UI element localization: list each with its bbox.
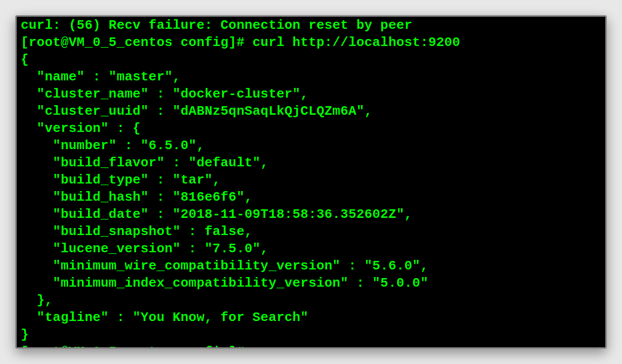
json-close-brace: } xyxy=(21,327,29,342)
json-build-date-line: "build_date" : "2018-11-09T18:58:36.3526… xyxy=(21,207,412,222)
json-version-close-line: }, xyxy=(21,293,53,308)
terminal-content: curl: (56) Recv failure: Connection rese… xyxy=(21,17,601,349)
json-lucene-version-line: "lucene_version" : "7.5.0", xyxy=(21,241,269,256)
json-build-hash-line: "build_hash" : "816e6f6", xyxy=(21,190,252,205)
json-number-line: "number" : "6.5.0", xyxy=(21,138,204,153)
terminal-prompt-line-2: [root@VM_0_5_centos config]# xyxy=(21,344,244,349)
json-min-wire-line: "minimum_wire_compatibility_version" : "… xyxy=(21,258,428,274)
json-version-open-line: "version" : { xyxy=(21,121,141,136)
json-name-line: "name" : "master", xyxy=(21,69,181,84)
terminal-line-error: curl: (56) Recv failure: Connection rese… xyxy=(21,18,412,33)
json-cluster-uuid-line: "cluster_uuid" : "dABNz5qnSaqLkQjCLQZm6A… xyxy=(21,104,372,119)
json-min-index-line: "minimum_index_compatibility_version" : … xyxy=(21,276,428,291)
json-open-brace: { xyxy=(21,52,29,67)
json-build-type-line: "build_type" : "tar", xyxy=(21,172,220,188)
json-tagline-line: "tagline" : "You Know, for Search" xyxy=(21,310,308,325)
json-build-flavor-line: "build_flavor" : "default", xyxy=(21,155,269,170)
terminal-window[interactable]: curl: (56) Recv failure: Connection rese… xyxy=(15,15,607,349)
terminal-prompt-line: [root@VM_0_5_centos config]# curl http:/… xyxy=(21,35,460,50)
json-build-snapshot-line: "build_snapshot" : false, xyxy=(21,224,252,239)
json-cluster-name-line: "cluster_name" : "docker-cluster", xyxy=(21,86,308,102)
